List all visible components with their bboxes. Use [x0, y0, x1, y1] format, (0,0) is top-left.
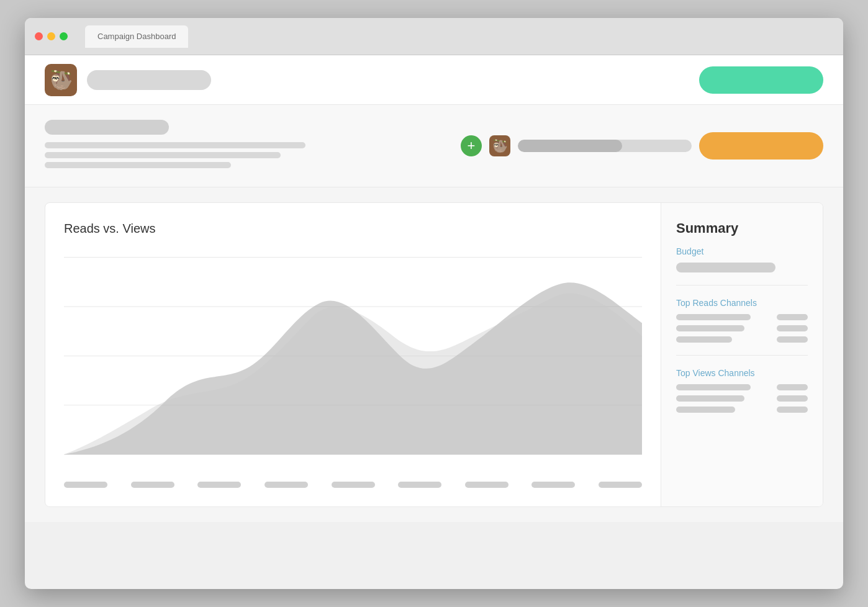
top-views-row-2	[676, 395, 808, 402]
sub-header: + 🦥	[25, 105, 843, 187]
reads-views-chart	[64, 251, 642, 474]
summary-heading: Summary	[676, 220, 808, 236]
x-label-2	[131, 482, 174, 488]
chart-area: Reads vs. Views	[45, 203, 661, 506]
x-label-1	[64, 482, 107, 488]
page-content: 🦥 + 🦥	[25, 55, 843, 522]
top-reads-label-1	[676, 314, 751, 320]
x-label-8	[531, 482, 575, 488]
top-views-label-1	[676, 384, 751, 390]
top-views-section-title: Top Views Channels	[676, 368, 808, 378]
x-axis-labels	[64, 482, 642, 488]
views-area-path	[64, 293, 642, 454]
budget-bar	[676, 263, 775, 272]
maximize-button[interactable]	[60, 32, 68, 40]
top-views-label-3	[676, 407, 735, 413]
campaign-controls: + 🦥	[461, 132, 823, 160]
top-reads-row-1	[676, 314, 808, 320]
x-label-9	[599, 482, 642, 488]
logo-container: 🦥	[45, 64, 211, 96]
top-reads-value-2	[777, 325, 808, 331]
top-views-label-2	[676, 395, 744, 402]
browser-chrome: Campaign Dashboard	[25, 18, 843, 55]
summary-panel: Summary Budget Top Reads Channels	[661, 203, 823, 506]
progress-bar-fill	[518, 140, 622, 152]
campaign-desc-line-1	[45, 142, 305, 148]
avatar-sloth-icon: 🦥	[492, 138, 508, 153]
campaign-desc-line-2	[45, 152, 281, 158]
campaign-progress-bar	[518, 140, 692, 152]
main-content: Reads vs. Views	[25, 187, 843, 522]
top-reads-label-3	[676, 336, 732, 343]
divider-2	[676, 355, 808, 356]
top-views-value-2	[777, 395, 808, 402]
x-label-6	[398, 482, 441, 488]
plus-icon: +	[468, 138, 476, 154]
traffic-lights	[35, 32, 68, 40]
x-label-4	[264, 482, 308, 488]
browser-tab[interactable]: Campaign Dashboard	[85, 25, 188, 48]
top-views-row-3	[676, 407, 808, 413]
top-reads-value-1	[777, 314, 808, 320]
chart-wrapper	[64, 251, 642, 474]
chart-title: Reads vs. Views	[64, 222, 642, 236]
top-views-value-3	[777, 407, 808, 413]
assignee-avatar: 🦥	[489, 135, 510, 156]
x-label-7	[465, 482, 509, 488]
top-reads-row-2	[676, 325, 808, 331]
minimize-button[interactable]	[47, 32, 55, 40]
header-right	[699, 66, 823, 94]
x-label-3	[197, 482, 241, 488]
sloth-logo-icon: 🦥	[50, 69, 73, 91]
campaign-title	[45, 120, 169, 135]
create-campaign-button[interactable]	[699, 66, 823, 94]
divider-1	[676, 285, 808, 286]
content-card: Reads vs. Views	[45, 202, 823, 507]
top-views-row-1	[676, 384, 808, 390]
add-assignee-button[interactable]: +	[461, 135, 482, 156]
campaign-info	[45, 120, 461, 172]
browser-window: Campaign Dashboard 🦥	[25, 18, 843, 589]
header-search-bar[interactable]	[87, 70, 211, 90]
close-button[interactable]	[35, 32, 43, 40]
x-label-5	[332, 482, 375, 488]
app-header: 🦥	[25, 55, 843, 105]
boost-campaign-button[interactable]	[699, 132, 823, 160]
top-reads-value-3	[777, 336, 808, 343]
top-reads-label-2	[676, 325, 744, 331]
top-reads-section-title: Top Reads Channels	[676, 298, 808, 308]
top-reads-row-3	[676, 336, 808, 343]
budget-section-title: Budget	[676, 246, 808, 256]
tab-label: Campaign Dashboard	[97, 32, 176, 41]
top-views-value-1	[777, 384, 808, 390]
app-logo: 🦥	[45, 64, 77, 96]
campaign-desc-line-3	[45, 162, 231, 168]
